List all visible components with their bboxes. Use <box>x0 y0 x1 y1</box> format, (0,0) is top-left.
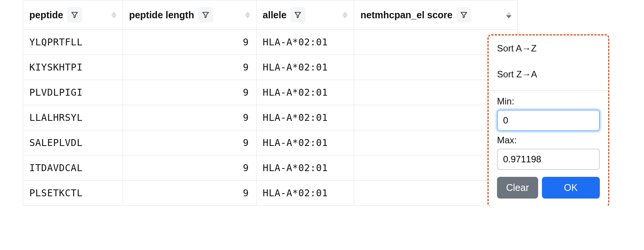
min-input[interactable] <box>498 111 600 130</box>
filter-icon[interactable] <box>198 7 213 22</box>
col-header-score[interactable]: netmhcpan_el score <box>354 0 518 30</box>
cell-allele: HLA-A*02:01 <box>256 80 354 105</box>
cell-peptide: KIYSKHTPI <box>23 55 123 80</box>
sort-icon[interactable] <box>245 12 250 18</box>
cell-length: 9 <box>123 155 256 181</box>
cell-allele: HLA-A*02:01 <box>256 105 354 130</box>
cell-length: 9 <box>123 181 256 206</box>
table-row: ITDAVDCAL9HLA-A*02:010 <box>23 155 518 181</box>
cell-length: 9 <box>123 30 256 55</box>
header-row: peptide peptide length <box>23 0 518 30</box>
col-header-peptide-length[interactable]: peptide length <box>123 0 256 30</box>
cell-allele: HLA-A*02:01 <box>256 130 354 155</box>
cell-length: 9 <box>123 55 256 80</box>
max-label: Max: <box>497 135 600 146</box>
filter-icon[interactable] <box>290 7 305 22</box>
filter-popover: Sort A→Z Sort Z→A Min: Max: Clear OK <box>487 34 609 206</box>
cell-length: 9 <box>123 130 256 155</box>
cell-length: 9 <box>123 80 256 105</box>
cell-allele: HLA-A*02:01 <box>256 30 354 55</box>
table-row: YLQPRTFLL9HLA-A*02:010 <box>23 30 518 55</box>
cell-peptide: PLVDLPIGI <box>23 80 123 105</box>
cell-peptide: ITDAVDCAL <box>23 155 123 181</box>
sort-desc-option[interactable]: Sort Z→A <box>489 61 608 87</box>
cell-allele: HLA-A*02:01 <box>256 155 354 181</box>
divider <box>489 90 608 91</box>
sort-icon[interactable] <box>342 12 348 18</box>
table-row: LLALHRSYL9HLA-A*02:010 <box>23 105 518 130</box>
col-label-allele: allele <box>263 10 287 21</box>
col-label-peptide: peptide <box>29 10 63 21</box>
data-table: peptide peptide length <box>23 0 518 206</box>
max-input-wrap[interactable] <box>497 149 600 170</box>
table-row: PLSETKCTL9HLA-A*02:010 <box>23 181 518 206</box>
max-input[interactable] <box>498 149 600 169</box>
filter-icon[interactable] <box>456 7 471 22</box>
cell-peptide: LLALHRSYL <box>23 105 123 130</box>
cell-peptide: SALEPLVDL <box>23 130 123 155</box>
col-label-peptide-length: peptide length <box>129 10 194 21</box>
cell-length: 9 <box>123 105 256 130</box>
cell-peptide: YLQPRTFLL <box>23 30 123 55</box>
ok-button[interactable]: OK <box>542 177 600 199</box>
cell-allele: HLA-A*02:01 <box>256 181 354 206</box>
table-row: KIYSKHTPI9HLA-A*02:010 <box>23 55 518 80</box>
min-input-wrap[interactable] <box>497 110 600 131</box>
clear-button[interactable]: Clear <box>497 177 538 199</box>
min-label: Min: <box>497 96 600 107</box>
cell-peptide: PLSETKCTL <box>23 181 123 206</box>
table-row: SALEPLVDL9HLA-A*02:010 <box>23 130 518 155</box>
table-row: PLVDLPIGI9HLA-A*02:010 <box>23 80 518 105</box>
sort-asc-option[interactable]: Sort A→Z <box>489 35 608 61</box>
sort-icon[interactable] <box>506 12 511 18</box>
col-label-score: netmhcpan_el score <box>360 10 452 21</box>
filter-icon[interactable] <box>67 7 82 22</box>
col-header-allele[interactable]: allele <box>256 0 354 30</box>
sort-icon[interactable] <box>111 12 117 18</box>
col-header-peptide[interactable]: peptide <box>23 0 123 30</box>
cell-allele: HLA-A*02:01 <box>256 55 354 80</box>
